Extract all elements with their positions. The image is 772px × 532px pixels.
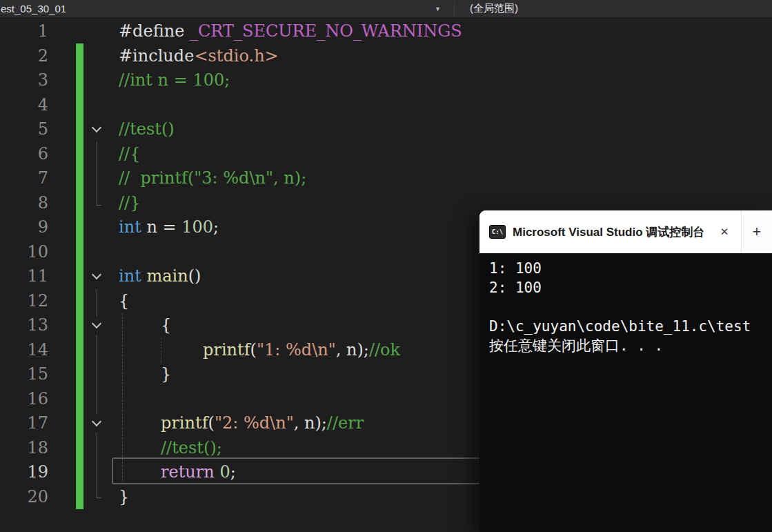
line-number: 11 — [0, 264, 48, 289]
console-tab[interactable]: C:\ Microsoft Visual Studio 调试控制台 ✕ — [479, 210, 742, 253]
line-number: 13 — [0, 313, 48, 338]
console-line: 按任意键关闭此窗口. . . — [489, 336, 772, 355]
code-text: #define _CRT_SECURE_NO_WARNINGS — [119, 19, 462, 44]
code-text: //int n = 100; — [119, 68, 230, 93]
line-number: 19 — [0, 460, 48, 485]
code-text: { — [119, 313, 171, 338]
line-number: 10 — [0, 240, 48, 265]
line-number: 17 — [0, 411, 48, 436]
fold-chevron-icon[interactable] — [88, 316, 105, 335]
console-line — [489, 297, 772, 317]
line-number: 7 — [0, 166, 48, 191]
line-number: 15 — [0, 362, 48, 387]
code-text: //test() — [119, 117, 175, 142]
line-number: 16 — [0, 387, 48, 412]
chevron-down-icon: ▼ — [435, 0, 441, 17]
code-text: } — [119, 362, 171, 387]
console-line: 2: 100 — [489, 278, 772, 297]
code-text: //{ — [119, 142, 140, 167]
new-tab-button[interactable]: + — [742, 210, 772, 253]
navbar: est_05_30_01 ▼ (全局范围) — [0, 0, 772, 17]
line-number: 9 — [0, 215, 48, 240]
fold-chevron-icon[interactable] — [88, 120, 105, 139]
fold-chevron-icon[interactable] — [88, 414, 105, 433]
line-number: 14 — [0, 338, 48, 363]
console-icon: C:\ — [489, 225, 506, 239]
code-text: #include<stdio.h> — [119, 44, 279, 69]
plus-icon: + — [753, 223, 762, 241]
member-dropdown-label: est_05_30_01 — [1, 3, 66, 14]
fold-chevron-icon[interactable] — [88, 267, 105, 286]
code-row[interactable]: 5//test() — [0, 117, 772, 142]
code-text: { — [119, 289, 129, 314]
code-text: // printf("3: %d\n", n); — [119, 166, 306, 191]
console-window: C:\ Microsoft Visual Studio 调试控制台 ✕ + 1:… — [479, 210, 772, 532]
member-dropdown[interactable]: est_05_30_01 — [0, 0, 454, 17]
code-row[interactable]: 6//{ — [0, 142, 772, 167]
console-body[interactable]: 1: 100 2: 100 D:\c_yuyan\code\bite_11.c\… — [479, 253, 772, 532]
navbar-divider — [454, 1, 455, 16]
code-row[interactable]: 3//int n = 100; — [0, 68, 772, 93]
code-text: //test(); — [119, 436, 222, 461]
line-number: 5 — [0, 117, 48, 142]
scope-dropdown-label: (全局范围) — [470, 2, 518, 15]
line-number: 20 — [0, 485, 48, 510]
code-text: //} — [119, 191, 140, 216]
code-row[interactable]: 7// printf("3: %d\n", n); — [0, 166, 772, 191]
line-number: 1 — [0, 19, 48, 44]
code-row[interactable]: 1#define _CRT_SECURE_NO_WARNINGS — [0, 19, 772, 44]
code-row[interactable]: 4 — [0, 93, 772, 118]
line-number: 2 — [0, 44, 48, 69]
scope-dropdown[interactable]: (全局范围) — [461, 0, 518, 17]
code-text: int n = 100; — [119, 215, 219, 240]
line-number: 12 — [0, 289, 48, 314]
console-line: D:\c_yuyan\code\bite_11.c\test — [489, 317, 772, 336]
close-icon[interactable]: ✕ — [715, 226, 734, 238]
code-text: } — [119, 485, 129, 510]
line-number: 3 — [0, 68, 48, 93]
console-line: 1: 100 — [489, 259, 772, 278]
line-number: 6 — [0, 142, 48, 167]
console-titlebar: C:\ Microsoft Visual Studio 调试控制台 ✕ + — [479, 210, 772, 253]
code-row[interactable]: 2#include<stdio.h> — [0, 44, 772, 69]
line-number: 4 — [0, 93, 48, 118]
line-number: 8 — [0, 191, 48, 216]
console-title: Microsoft Visual Studio 调试控制台 — [513, 224, 715, 240]
code-text: printf("2: %d\n", n);//err — [119, 411, 364, 436]
code-text: printf("1: %d\n", n);//ok — [119, 338, 400, 363]
code-text: int main() — [119, 264, 201, 289]
line-number: 18 — [0, 436, 48, 461]
